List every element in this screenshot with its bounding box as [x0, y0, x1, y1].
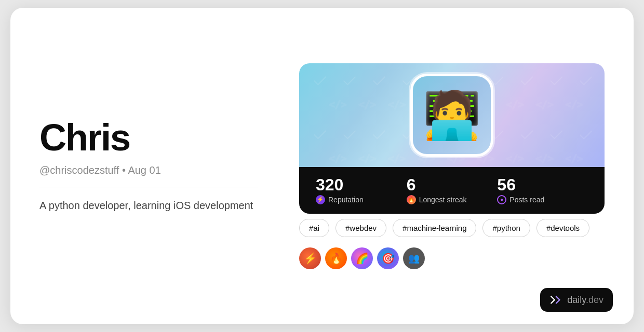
profile-card: Chris @chriscodezstuff • Aug 01 A python…	[10, 8, 634, 324]
divider	[39, 187, 258, 187]
svg-text:</>: </>	[535, 153, 553, 164]
stat-posts: 56 ● Posts read	[497, 176, 588, 204]
branding: daily.dev	[540, 288, 613, 312]
tag-python[interactable]: #python	[482, 219, 530, 237]
avatar-container: 🧑‍💻	[410, 74, 493, 157]
tag-devtools[interactable]: #devtools	[536, 219, 589, 237]
tags-section: #ai #webdev #machine-learning #python #d…	[299, 219, 605, 237]
avatar-emoji: 🧑‍💻	[423, 92, 481, 139]
streak-label-text: Longest streak	[419, 196, 467, 204]
brand-tld: .dev	[586, 295, 603, 305]
svg-text:</>: </>	[358, 153, 376, 164]
user-handle: @chriscodezstuff	[39, 164, 119, 176]
stat-reputation: 320 ⚡ Reputation	[316, 176, 407, 204]
posts-icon: ●	[497, 195, 506, 204]
badge-3: 🌈	[351, 247, 373, 269]
tag-webdev[interactable]: #webdev	[336, 219, 386, 237]
badge-5: 👥	[403, 247, 425, 269]
badge-1: ⚡	[299, 247, 321, 269]
svg-text:</>: </>	[565, 98, 583, 109]
tag-ai[interactable]: #ai	[299, 219, 329, 237]
avatar: 🧑‍💻	[410, 74, 493, 157]
badge-4: 🎯	[377, 247, 399, 269]
posts-label: ● Posts read	[497, 195, 588, 204]
streak-label: 🔥 Longest streak	[407, 195, 498, 204]
svg-text:</>: </>	[329, 153, 346, 164]
posts-value: 56	[497, 176, 588, 193]
posts-label-text: Posts read	[509, 196, 544, 204]
reputation-value: 320	[316, 176, 407, 193]
streak-value: 6	[407, 176, 498, 193]
svg-text:</>: </>	[535, 98, 553, 109]
stat-streak: 6 🔥 Longest streak	[407, 176, 498, 204]
right-section: </> </> </> </> </> </> </> </> </>	[299, 63, 605, 269]
svg-text:</>: </>	[506, 153, 524, 164]
user-meta: @chriscodezstuff • Aug 01	[39, 164, 258, 176]
brand-text: daily.dev	[567, 295, 603, 306]
brand-logo	[549, 293, 563, 307]
svg-text:</>: </>	[388, 98, 406, 109]
reputation-icon: ⚡	[316, 195, 325, 204]
svg-text:</>: </>	[388, 153, 406, 164]
meta-separator: •	[122, 164, 128, 176]
svg-text:</>: </>	[358, 98, 376, 109]
user-bio: A python developer, learning iOS develop…	[39, 198, 258, 213]
svg-text:</>: </>	[506, 98, 524, 109]
stats-bar: 320 ⚡ Reputation 6 🔥 Longest streak 56	[299, 167, 605, 214]
svg-text:</>: </>	[565, 153, 583, 164]
brand-name: daily	[567, 295, 586, 305]
badge-2: 🔥	[325, 247, 347, 269]
profile-header: </> </> </> </> </> </> </> </> </>	[299, 63, 605, 209]
user-joined: Aug 01	[128, 164, 160, 176]
streak-icon: 🔥	[407, 195, 416, 204]
tag-machine-learning[interactable]: #machine-learning	[393, 219, 476, 237]
badges-section: ⚡ 🔥 🌈 🎯 👥	[299, 247, 605, 269]
dailydev-logo-icon	[549, 293, 563, 307]
reputation-label: ⚡ Reputation	[316, 195, 407, 204]
user-name: Chris	[39, 119, 258, 156]
reputation-label-text: Reputation	[328, 196, 364, 204]
left-section: Chris @chriscodezstuff • Aug 01 A python…	[39, 119, 258, 213]
svg-text:</>: </>	[329, 98, 346, 109]
